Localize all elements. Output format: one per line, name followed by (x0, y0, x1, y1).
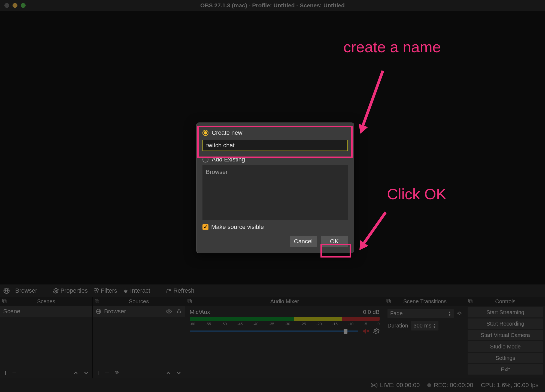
source-toolbar: Browser Properties Filters Interact Refr… (0, 284, 545, 297)
popout-icon[interactable] (468, 298, 473, 304)
start-recording-button[interactable]: Start Recording (468, 318, 543, 329)
add-source-button[interactable]: + (96, 369, 100, 377)
window-titlebar: OBS 27.1.3 (mac) - Profile: Untitled - S… (0, 0, 545, 11)
track-level: 0.0 dB (363, 309, 380, 315)
add-existing-label: Add Existing (212, 156, 245, 163)
visibility-icon[interactable] (166, 308, 172, 314)
mute-icon[interactable] (362, 328, 369, 335)
sources-panel: Sources Browser + − (93, 297, 185, 378)
mixer-track: Mic/Aux 0.0 dB -60-55-50-45-40-35-30-25-… (185, 306, 384, 336)
source-settings-button[interactable] (114, 370, 120, 376)
filters-button[interactable]: Filters (93, 287, 117, 294)
broadcast-icon (371, 382, 377, 388)
popout-icon[interactable] (94, 298, 100, 304)
svg-point-10 (168, 311, 170, 312)
selected-source-label: Browser (15, 287, 37, 294)
live-status: LIVE: 00:00:00 (380, 382, 420, 389)
svg-rect-19 (388, 300, 390, 303)
create-new-label: Create new (212, 129, 243, 136)
scene-item[interactable]: Scene (0, 306, 92, 317)
add-existing-radio[interactable] (202, 157, 208, 163)
svg-point-12 (116, 372, 117, 374)
ok-button[interactable]: OK (321, 236, 348, 247)
svg-rect-21 (468, 299, 471, 302)
svg-rect-6 (4, 300, 6, 303)
svg-rect-22 (470, 300, 472, 303)
make-visible-label: Make source visible (211, 223, 264, 231)
existing-sources-list[interactable]: Browser (202, 165, 348, 220)
svg-rect-5 (2, 299, 5, 302)
volume-slider[interactable] (190, 330, 358, 332)
svg-point-1 (55, 290, 57, 292)
level-meter (190, 317, 380, 321)
status-bar: LIVE: 00:00:00 REC: 00:00:00 CPU: 1.6%, … (0, 378, 545, 392)
interact-button[interactable]: Interact (123, 287, 150, 294)
start-streaming-button[interactable]: Start Streaming (468, 307, 543, 317)
create-new-radio[interactable] (202, 130, 208, 136)
move-down-button[interactable] (176, 370, 182, 376)
duration-label: Duration (387, 323, 408, 329)
svg-point-17 (376, 330, 377, 332)
scenes-title: Scenes (37, 298, 55, 305)
properties-button[interactable]: Properties (53, 287, 88, 294)
svg-rect-7 (95, 299, 98, 302)
track-settings-icon[interactable] (373, 328, 380, 335)
popout-icon[interactable] (2, 298, 7, 304)
duration-input[interactable]: 300 ms ▲▼ (411, 321, 439, 330)
svg-rect-18 (387, 299, 389, 302)
sources-title: Sources (129, 298, 149, 305)
cancel-button[interactable]: Cancel (290, 236, 317, 247)
svg-rect-8 (96, 300, 99, 303)
remove-scene-button[interactable]: − (12, 369, 16, 377)
move-down-button[interactable] (83, 370, 89, 376)
remove-source-button[interactable]: − (105, 369, 109, 377)
controls-title: Controls (495, 298, 515, 305)
popout-icon[interactable] (386, 298, 391, 304)
studio-mode-button[interactable]: Studio Mode (468, 341, 543, 352)
create-source-dialog: Create new Add Existing Browser ✓ Make s… (196, 122, 354, 253)
svg-point-20 (459, 313, 460, 314)
svg-point-23 (374, 385, 375, 386)
svg-rect-13 (188, 299, 190, 302)
cpu-status: CPU: 1.6%, 30.00 fps (481, 382, 538, 389)
track-name: Mic/Aux (190, 309, 210, 315)
settings-button[interactable]: Settings (468, 353, 543, 363)
transition-settings-icon[interactable] (456, 311, 462, 317)
refresh-button[interactable]: Refresh (166, 287, 194, 294)
transitions-panel: Scene Transitions Fade ▲▼ Duration 300 m… (384, 297, 466, 378)
controls-panel: Controls Start Streaming Start Recording… (466, 297, 545, 378)
audio-mixer-panel: Audio Mixer Mic/Aux 0.0 dB -60-55-50-45-… (185, 297, 384, 378)
record-icon (427, 383, 431, 387)
svg-rect-14 (189, 300, 192, 303)
svg-point-4 (95, 290, 97, 293)
window-title: OBS 27.1.3 (mac) - Profile: Untitled - S… (0, 2, 545, 9)
make-visible-checkbox[interactable]: ✓ (202, 224, 208, 230)
transitions-title: Scene Transitions (403, 298, 447, 305)
popout-icon[interactable] (187, 298, 192, 304)
move-up-button[interactable] (165, 370, 171, 376)
list-item[interactable]: Browser (206, 169, 345, 176)
move-up-button[interactable] (73, 370, 79, 376)
source-name-input[interactable] (202, 140, 348, 151)
lock-icon[interactable] (176, 308, 182, 314)
add-scene-button[interactable]: + (3, 369, 8, 377)
start-virtual-camera-button[interactable]: Start Virtual Camera (468, 330, 543, 340)
rec-status: REC: 00:00:00 (434, 382, 473, 389)
svg-rect-11 (177, 311, 181, 313)
transition-select[interactable]: Fade ▲▼ (387, 309, 454, 318)
globe-icon (3, 287, 10, 294)
source-item[interactable]: Browser (93, 306, 185, 317)
audio-title: Audio Mixer (270, 298, 299, 305)
scenes-panel: Scenes Scene + − (0, 297, 93, 378)
exit-button[interactable]: Exit (468, 364, 543, 375)
